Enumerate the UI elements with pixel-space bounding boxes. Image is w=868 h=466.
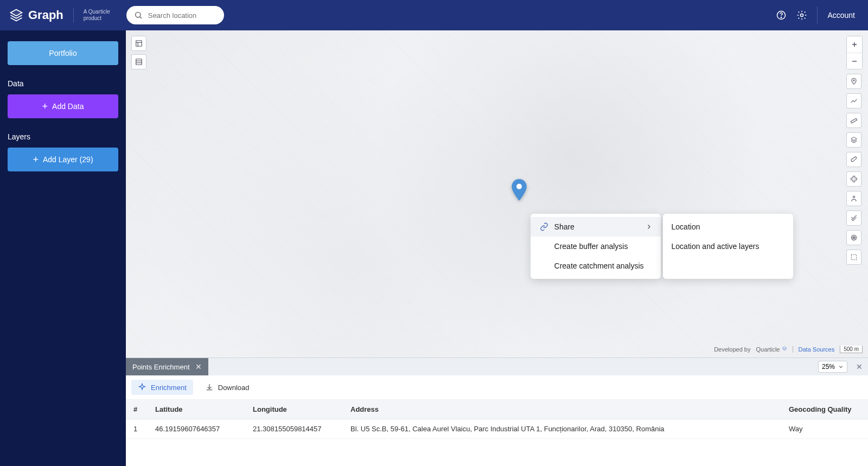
panel-tabs: Points Enrichment ✕ 25% ✕: [126, 358, 868, 375]
svg-marker-0: [11, 10, 22, 16]
app-header: Graph A Quarticle product Account: [0, 0, 868, 30]
sparkle-icon: [138, 383, 146, 392]
plus-icon: +: [42, 101, 48, 112]
context-submenu: Location Location and active layers: [663, 214, 793, 279]
col-quality[interactable]: Geocoding Quality: [781, 400, 868, 419]
logo-icon: [9, 8, 24, 23]
map-canvas[interactable]: Share Create buffer analysis Create catc…: [126, 30, 868, 358]
context-menu: Share Create buffer analysis Create catc…: [531, 214, 793, 279]
search-icon: [134, 11, 143, 20]
zoom-controls: [846, 36, 863, 69]
zoom-in-icon[interactable]: [847, 36, 862, 53]
close-icon[interactable]: ✕: [195, 362, 202, 371]
ctx-share-label: Share: [554, 222, 575, 231]
ctx-create-buffer[interactable]: Create buffer analysis: [531, 237, 661, 256]
search-input[interactable]: [148, 11, 239, 20]
svg-point-15: [853, 80, 854, 81]
eraser-tool-icon[interactable]: [846, 152, 861, 167]
add-data-button[interactable]: + Add Data: [8, 94, 118, 118]
plus-icon: +: [33, 154, 39, 165]
svg-point-18: [853, 196, 855, 198]
panel-zoom-select[interactable]: 25%: [818, 361, 847, 373]
panel-tab-points-enrichment[interactable]: Points Enrichment ✕: [126, 358, 208, 375]
col-lat[interactable]: Latitude: [148, 400, 245, 419]
gear-icon[interactable]: [796, 10, 807, 21]
ctx-sub-location[interactable]: Location: [663, 217, 793, 237]
header-actions: Account: [776, 7, 859, 24]
dashboard-icon[interactable]: [131, 36, 146, 51]
portfolio-button[interactable]: Portfolio: [8, 41, 118, 65]
map-right-controls: [846, 36, 863, 265]
link-icon: [539, 222, 549, 231]
brand-name: Graph: [28, 8, 63, 22]
chart-tool-icon[interactable]: [846, 93, 861, 108]
zoom-out-icon[interactable]: [847, 53, 862, 69]
target-tool-icon[interactable]: [846, 230, 861, 245]
cell-addr: Bl. U5 Sc.B, 59-61, Calea Aurel Vlaicu, …: [343, 419, 781, 439]
chevron-right-icon: [646, 224, 652, 230]
streetview-tool-icon[interactable]: [846, 191, 861, 206]
add-layer-label: Add Layer (29): [43, 155, 93, 164]
brand-sub2: product: [84, 15, 101, 21]
col-lon[interactable]: Longitude: [245, 400, 343, 419]
ctx-sub-location-layers[interactable]: Location and active layers: [663, 237, 793, 256]
pin-tool-icon[interactable]: [846, 74, 861, 89]
panel-toolbar: Enrichment Download: [126, 375, 868, 400]
col-idx[interactable]: #: [126, 400, 148, 419]
search-box[interactable]: [126, 6, 224, 24]
data-sources-link[interactable]: Data Sources: [799, 346, 835, 353]
main-layout: Portfolio Data + Add Data Layers + Add L…: [0, 30, 868, 466]
add-layer-button[interactable]: + Add Layer (29): [8, 148, 118, 171]
ctx-catchment-label: Create catchment analysis: [554, 261, 644, 270]
table-row[interactable]: 1 46.19159607646357 21.308155059814457 B…: [126, 419, 868, 439]
ctx-sub-location-label: Location: [672, 222, 700, 231]
download-label: Download: [218, 384, 250, 392]
cell-lat: 46.19159607646357: [148, 419, 245, 439]
ruler-tool-icon[interactable]: [846, 113, 861, 128]
data-section-title: Data: [8, 79, 118, 88]
svg-line-2: [140, 17, 142, 18]
ctx-share[interactable]: Share: [531, 217, 661, 237]
panel-close-icon[interactable]: ✕: [856, 362, 863, 371]
check-tool-icon[interactable]: [846, 210, 861, 226]
brand-sub1: A Quarticle: [84, 9, 110, 15]
layers-section-title: Layers: [8, 132, 118, 141]
map-attribution: Developed by Quarticle Data Sources 500 …: [714, 346, 863, 353]
brand-divider: [73, 8, 74, 23]
portfolio-label: Portfolio: [49, 49, 76, 58]
account-link[interactable]: Account: [827, 11, 855, 20]
list-icon[interactable]: [131, 54, 146, 69]
svg-rect-22: [851, 254, 856, 259]
select-box-tool-icon[interactable]: [846, 250, 861, 265]
svg-point-21: [853, 237, 854, 238]
layers-tool-icon[interactable]: [846, 132, 861, 148]
brand-subline: A Quarticle product: [84, 9, 110, 22]
svg-point-4: [781, 17, 782, 18]
svg-rect-6: [136, 41, 142, 47]
cell-quality: Way: [781, 419, 868, 439]
devby-label: Developed by: [714, 346, 750, 353]
map-marker-icon[interactable]: [511, 179, 527, 201]
svg-marker-17: [851, 137, 857, 141]
health-tool-icon[interactable]: [846, 171, 861, 187]
svg-point-1: [135, 12, 140, 17]
map-tools: [846, 74, 863, 265]
attrib-divider: [793, 346, 793, 353]
ctx-sub-location-layers-label: Location and active layers: [672, 242, 760, 251]
download-button[interactable]: Download: [199, 380, 256, 395]
cell-idx: 1: [126, 419, 148, 439]
table-header-row: # Latitude Longitude Address Geocoding Q…: [126, 400, 868, 419]
map-top-left-controls: [131, 36, 146, 69]
ctx-create-catchment[interactable]: Create catchment analysis: [531, 256, 661, 276]
panel-table: # Latitude Longitude Address Geocoding Q…: [126, 400, 868, 466]
help-icon[interactable]: [776, 10, 787, 21]
enrichment-button[interactable]: Enrichment: [131, 380, 193, 395]
bottom-panel: Points Enrichment ✕ 25% ✕ Enrich: [126, 358, 868, 466]
panel-zoom-value: 25%: [822, 363, 835, 371]
col-addr[interactable]: Address: [343, 400, 781, 419]
ctx-buffer-label: Create buffer analysis: [554, 242, 628, 251]
svg-point-23: [516, 183, 522, 189]
chevron-down-icon: [838, 364, 844, 369]
quarticle-label: Quarticle: [756, 346, 780, 353]
quarticle-link[interactable]: Quarticle: [756, 346, 787, 353]
